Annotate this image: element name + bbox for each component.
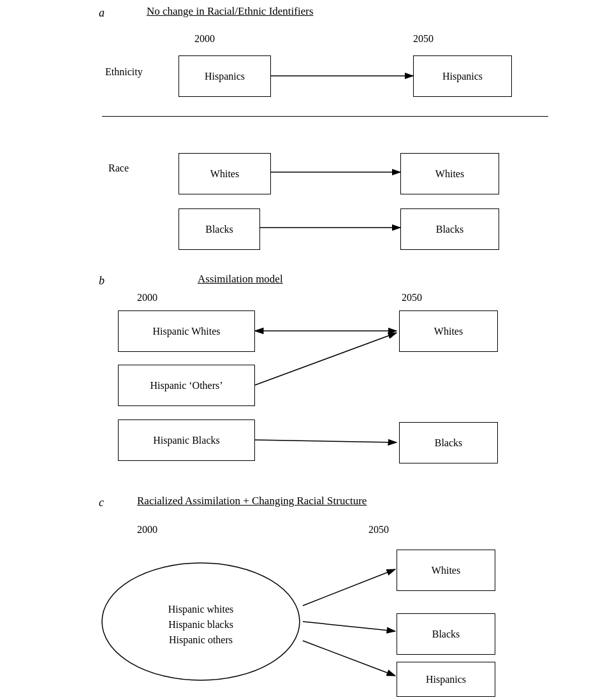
- section-a-hispanics-2000-box: Hispanics: [178, 55, 271, 97]
- svg-text:Hispanic blacks: Hispanic blacks: [168, 619, 233, 631]
- svg-line-10: [303, 641, 395, 676]
- svg-line-6: [255, 333, 397, 385]
- arrows-svg: [0, 0, 612, 700]
- section-a-blacks-2000-box: Blacks: [178, 208, 260, 250]
- section-a-whites-2050-box: Whites: [400, 153, 499, 194]
- ethnicity-label: Ethnicity: [105, 66, 143, 78]
- section-b-hispanic-whites-box: Hispanic Whites: [118, 310, 255, 352]
- section-b-blacks-box: Blacks: [399, 422, 498, 463]
- section-c-year-2000: 2000: [137, 524, 157, 536]
- section-b-year-2000: 2000: [137, 292, 157, 303]
- section-a-label: a: [99, 6, 105, 20]
- section-b-year-2050: 2050: [402, 292, 422, 303]
- section-b-whites-box: Whites: [399, 310, 498, 352]
- svg-line-8: [303, 569, 395, 606]
- section-c-year-2050: 2050: [368, 524, 389, 536]
- section-b-hispanic-blacks-box: Hispanic Blacks: [118, 419, 255, 461]
- section-c-title: Racialized Assimilation + Changing Racia…: [137, 495, 367, 507]
- section-c-label: c: [99, 496, 104, 509]
- section-a-hispanics-2050-box: Hispanics: [413, 55, 512, 97]
- section-a-year-2050: 2050: [413, 33, 433, 45]
- svg-text:Hispanic whites: Hispanic whites: [168, 604, 234, 615]
- section-b-hispanic-others-box: Hispanic ‘Others’: [118, 365, 255, 406]
- svg-text:Hispanic others: Hispanic others: [169, 634, 233, 646]
- section-b-label: b: [99, 274, 105, 288]
- section-c-blacks-box: Blacks: [397, 613, 495, 655]
- section-c-ellipse: Hispanic whites Hispanic blacks Hispanic…: [99, 560, 303, 684]
- section-a-whites-2000-box: Whites: [178, 153, 271, 194]
- section-a-year-2000: 2000: [194, 33, 215, 45]
- svg-line-7: [255, 440, 397, 442]
- section-c-whites-box: Whites: [397, 550, 495, 591]
- section-a-blacks-2050-box: Blacks: [400, 208, 499, 250]
- diagram-container: a No change in Racial/Ethnic Identifiers…: [0, 0, 612, 700]
- section-c-hispanics-box: Hispanics: [397, 662, 495, 697]
- race-label: Race: [108, 163, 129, 174]
- section-a-divider: [102, 116, 548, 117]
- section-a-title: No change in Racial/Ethnic Identifiers: [147, 5, 314, 18]
- section-b-title: Assimilation model: [198, 273, 283, 286]
- svg-line-9: [303, 622, 395, 631]
